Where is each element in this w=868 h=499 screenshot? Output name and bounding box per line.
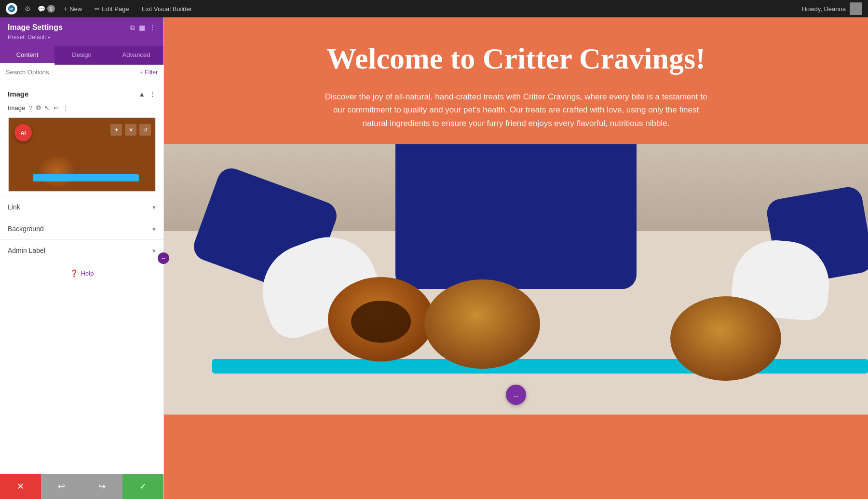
wordpress-logo[interactable]: W: [6, 3, 17, 14]
filter-icon: +: [139, 69, 143, 76]
plus-icon: +: [64, 5, 68, 13]
image-section-header: Image ▲ ⋮: [0, 86, 163, 102]
sidebar-title-row: Image Settings ⧉ ▦ ⋮: [8, 23, 156, 32]
help-button[interactable]: ❓ Help: [70, 269, 94, 277]
exit-visual-builder-button[interactable]: Exit Visual Builder: [138, 3, 196, 14]
preset-arrow-icon: ▾: [48, 35, 50, 40]
tab-advanced[interactable]: Advanced: [109, 46, 163, 65]
image-help-icon[interactable]: ?: [29, 104, 32, 111]
new-button[interactable]: + New: [60, 3, 86, 14]
undo-button[interactable]: ↩: [41, 474, 82, 499]
image-collapse-icon[interactable]: ▲: [138, 90, 145, 98]
settings-overlay-icon[interactable]: ✦: [110, 124, 122, 136]
save-icon: ✓: [139, 481, 147, 492]
link-chevron-icon: ▾: [152, 204, 156, 211]
image-overlay-icons: ✦ ✕ ↺: [110, 124, 151, 136]
sidebar-header-icons: ⧉ ▦ ⋮: [130, 24, 156, 32]
admin-label-chevron-icon: ▾: [152, 247, 156, 254]
hero-title: Welcome to Critter Cravings!: [193, 42, 839, 76]
search-input[interactable]: [6, 69, 136, 76]
help-section: ❓ Help: [0, 261, 163, 285]
cancel-icon: ✕: [17, 481, 24, 492]
sidebar-tabs: Content Design Advanced: [0, 46, 163, 65]
admin-label-section-header[interactable]: Admin Label ▾: [0, 240, 163, 261]
background-section: Background ▾: [0, 218, 163, 239]
edit-page-button[interactable]: ✏ Edit Page: [91, 3, 133, 14]
background-chevron-icon: ▾: [152, 225, 156, 233]
main-layout: Image Settings ⧉ ▦ ⋮ Preset: Default ▾ C…: [0, 17, 868, 499]
more-actions-icon: ...: [514, 390, 518, 399]
background-label: Background: [8, 225, 44, 233]
link-section-header[interactable]: Link ▾: [0, 196, 163, 218]
save-button[interactable]: ✓: [122, 474, 163, 499]
ai-button[interactable]: AI: [14, 124, 32, 141]
photo-cookie-c: [670, 296, 781, 381]
help-circle-icon: ❓: [70, 269, 78, 277]
more-icon[interactable]: ⋮: [149, 24, 156, 31]
hero-section: Welcome to Critter Cravings! Discover th…: [164, 17, 868, 144]
reset-overlay-icon[interactable]: ↺: [139, 124, 151, 136]
admin-label-section: Admin Label ▾: [0, 239, 163, 261]
more-actions-button[interactable]: ...: [506, 385, 526, 405]
user-avatar[interactable]: [850, 2, 862, 15]
link-label: Link: [8, 203, 20, 211]
link-section: Link ▾: [0, 196, 163, 218]
delete-overlay-icon[interactable]: ✕: [125, 124, 136, 136]
page-content: Welcome to Critter Cravings! Discover th…: [164, 17, 868, 499]
resize-icon: ↔: [161, 255, 166, 262]
resize-handle[interactable]: ↔: [158, 252, 169, 264]
image-menu-icon[interactable]: ⋮: [149, 90, 156, 98]
admin-label-label: Admin Label: [8, 247, 45, 254]
sidebar: Image Settings ⧉ ▦ ⋮ Preset: Default ▾ C…: [0, 17, 164, 499]
tab-design[interactable]: Design: [54, 46, 109, 65]
redo-button[interactable]: ↪: [82, 474, 123, 499]
comment-count: 0: [47, 5, 55, 13]
composite-photo: ...: [164, 144, 868, 415]
tray-shape: [33, 174, 139, 181]
sidebar-bottom-toolbar: ✕ ↩ ↪ ✓: [0, 474, 163, 499]
photo-cookie-b: [424, 279, 540, 369]
tab-content[interactable]: Content: [0, 46, 54, 65]
photo-cookie-a: [328, 277, 434, 361]
hero-description: Discover the joy of all-natural, hand-cr…: [323, 90, 709, 130]
svg-text:W: W: [9, 7, 13, 11]
preview-area: Welcome to Critter Cravings! Discover th…: [164, 17, 868, 499]
sidebar-preset[interactable]: Preset: Default ▾: [8, 34, 156, 41]
comment-badge[interactable]: 💬 0: [38, 5, 55, 13]
image-field-label: Image: [8, 104, 25, 111]
howdy-text: Howdy, Deanna: [801, 5, 846, 13]
sidebar-title: Image Settings: [8, 23, 63, 32]
top-bar-left: W ⚙ 💬 0 + New ✏ Edit Page Exit Visual Bu…: [6, 3, 196, 14]
image-toolbar: Image ? ⧉ ↖ ↩ ⋮: [0, 102, 163, 113]
redo-icon: ↪: [98, 481, 106, 492]
cancel-button[interactable]: ✕: [0, 474, 41, 499]
top-bar-right: Howdy, Deanna: [801, 2, 862, 15]
copy-icon[interactable]: ⧉: [130, 24, 135, 32]
edit-icon: ✏: [95, 5, 100, 13]
comment-icon: 💬: [38, 5, 45, 13]
columns-icon[interactable]: ▦: [139, 24, 145, 31]
woocommerce-icon[interactable]: ⚙: [22, 3, 33, 14]
image-preview-container[interactable]: AI ✦ ✕ ↺: [8, 117, 156, 192]
image-select-icon[interactable]: ↖: [44, 104, 50, 111]
image-undo-icon[interactable]: ↩: [54, 104, 59, 111]
person-torso: [395, 144, 637, 289]
image-copy-icon[interactable]: ⧉: [36, 104, 41, 111]
background-section-header[interactable]: Background ▾: [0, 218, 163, 239]
sidebar-header: Image Settings ⧉ ▦ ⋮ Preset: Default ▾: [0, 17, 163, 46]
big-image-section: ...: [164, 144, 868, 415]
undo-icon: ↩: [58, 481, 65, 492]
sidebar-content: Image ▲ ⋮ Image ? ⧉ ↖ ↩ ⋮: [0, 80, 163, 474]
search-row: + Filter: [0, 65, 163, 80]
top-bar: W ⚙ 💬 0 + New ✏ Edit Page Exit Visual Bu…: [0, 0, 868, 17]
image-more-icon[interactable]: ⋮: [63, 104, 69, 111]
filter-button[interactable]: + Filter: [139, 69, 158, 76]
section-controls: ▲ ⋮: [138, 90, 156, 98]
image-section-title: Image: [8, 90, 28, 98]
